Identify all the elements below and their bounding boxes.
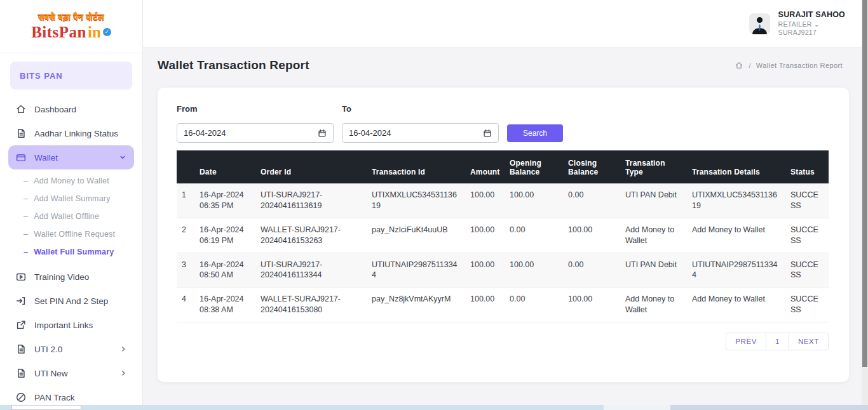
col-transaction-id: Transaction Id [367, 150, 465, 183]
from-label: From [177, 104, 334, 114]
col-closing-balance: Closing Balance [563, 150, 620, 183]
cell-date: 16-Apr-202406:19 PM [194, 218, 255, 253]
filter-bar: From To Search [177, 104, 829, 143]
sidebar-section-label: BITS PAN [10, 62, 132, 89]
cell-sno: 3 [177, 253, 194, 288]
col-transation-type: Transation Type [620, 150, 687, 183]
cell-opening-balance: 0.00 [505, 288, 563, 322]
horizontal-scrollbar[interactable] [0, 405, 868, 410]
compass-icon [15, 392, 27, 403]
cell-sno: 4 [177, 288, 194, 322]
sidebar-item-aadhar-linking-status[interactable]: Aadhar Linking Status [8, 121, 134, 145]
cell-order-id: UTI-SURAJ9217-20240416113619 [255, 183, 367, 218]
bullet: – [24, 212, 28, 221]
submenu-item-wallet-full-summary[interactable]: – Wallet Full Summary [17, 243, 134, 261]
cell-sno: 1 [177, 183, 194, 218]
cell-sno: 2 [177, 218, 194, 253]
submenu-item-label: Add Wallet Summary [34, 194, 111, 203]
sidebar-item-label: Dashboard [34, 105, 127, 114]
external-link-icon [15, 319, 27, 331]
home-icon[interactable] [735, 61, 743, 70]
calendar-icon[interactable] [318, 129, 327, 138]
sidebar-item-important-links[interactable]: Important Links [8, 313, 134, 337]
submenu-item-wallet-offline-request[interactable]: – Wallet Offline Request [17, 225, 134, 243]
vertical-scrollbar-thumb[interactable] [862, 0, 867, 367]
cell-amount: 100.00 [465, 218, 505, 253]
from-date-input[interactable] [184, 128, 292, 138]
cell-order-id: WALLET-SURAJ9217-20240416153263 [255, 218, 367, 253]
to-label: To [342, 104, 499, 114]
file-text-icon [15, 128, 27, 139]
cell-transaction-id: UTIXMXLUC53453113619 [367, 183, 465, 218]
sidebar-item-label: PAN Track [34, 393, 127, 402]
cell-amount: 100.00 [465, 183, 505, 218]
sidebar-item-wallet[interactable]: Wallet [8, 145, 134, 169]
bullet: – [24, 248, 28, 256]
vertical-scrollbar[interactable] [862, 0, 868, 410]
brand-logo[interactable]: सबसे बड़ा पैन पोर्टल BitsPanin ✓ [0, 0, 142, 53]
cell-transaction-id: pay_NzIciFuKt4uuUB [367, 218, 465, 253]
submenu-item-add-money-to-wallet[interactable]: – Add Money to Wallet [17, 172, 134, 190]
breadcrumb-separator: / [749, 62, 750, 69]
sidebar-item-dashboard[interactable]: Dashboard [8, 97, 134, 121]
sidebar-item-label: Training Video [34, 272, 127, 282]
sidebar-item-label: Aadhar Linking Status [34, 129, 127, 138]
from-date-field[interactable] [177, 123, 334, 143]
wallet-icon [15, 152, 27, 163]
calendar-icon[interactable] [483, 129, 492, 138]
status-badge: SUCCESS [785, 183, 829, 218]
sidebar-nav: Dashboard Aadhar Linking Status Wallet –… [0, 95, 142, 409]
breadcrumb-current: Wallet Transaction Report [756, 62, 843, 69]
next-page-button[interactable]: NEXT [789, 333, 828, 350]
table-row: 3 16-Apr-202408:50 AM UTI-SURAJ9217-2024… [177, 253, 829, 288]
col-order-id: Order Id [255, 150, 367, 183]
file-icon [15, 367, 27, 379]
transaction-table: Date Order Id Transaction Id Amount Open… [177, 150, 829, 322]
page-number[interactable]: 1 [766, 333, 789, 350]
home-icon [15, 103, 27, 115]
user-name: SURAJIT SAHOO [778, 10, 845, 20]
report-card: From To Search Date Order Id Transa [158, 88, 849, 382]
status-badge: SUCCESS [785, 253, 829, 288]
bullet: – [24, 176, 28, 185]
user-role-dropdown[interactable]: RETAILER ⌄ [778, 20, 845, 29]
brand-name: BitsPan [31, 23, 86, 41]
prev-page-button[interactable]: PREV [726, 333, 766, 350]
to-date-field[interactable] [342, 123, 499, 143]
horizontal-scrollbar-thumb[interactable] [11, 405, 81, 410]
col-transation-details: Transation Details [687, 150, 785, 183]
sidebar-item-uti-2-0[interactable]: UTI 2.0 [8, 337, 134, 361]
col-date: Date [194, 150, 255, 183]
file-icon [15, 343, 27, 355]
to-date-input[interactable] [349, 128, 457, 138]
status-badge: SUCCESS [785, 288, 829, 322]
chevron-right-icon [119, 369, 127, 377]
col-amount: Amount [465, 150, 505, 183]
sidebar-item-label: Important Links [34, 321, 127, 330]
submenu-item-label: Add Wallet Offline [34, 212, 99, 221]
verified-badge-icon: ✓ [103, 28, 111, 36]
submenu-item-add-wallet-summary[interactable]: – Add Wallet Summary [17, 190, 134, 208]
table-row: 1 16-Apr-202406:35 PM UTI-SURAJ9217-2024… [177, 183, 829, 218]
user-menu[interactable]: SURAJIT SAHOO RETAILER ⌄ SURAJ9217 [749, 10, 845, 37]
sidebar-item-uti-new[interactable]: UTI New [8, 361, 134, 385]
avatar [749, 13, 770, 34]
cell-closing-balance: 100.00 [563, 218, 620, 253]
cell-transaction-id: UTIUTNAIP29875113344 [367, 253, 465, 288]
cell-amount: 100.00 [465, 253, 505, 288]
cell-transation-type: Add Money to Wallet [620, 288, 687, 322]
page-title: Wallet Transaction Report [158, 58, 309, 72]
col-status: Status [785, 150, 829, 183]
submenu-item-label: Wallet Offline Request [34, 230, 115, 239]
sidebar-item-set-pin-and-2-step[interactable]: Set PIN And 2 Step [8, 289, 134, 313]
topbar: SURAJIT SAHOO RETAILER ⌄ SURAJ9217 [143, 0, 862, 48]
cell-transation-details: UTIUTNAIP29875113344 [687, 253, 785, 288]
brand-suffix: in [88, 23, 101, 41]
sidebar-item-label: Wallet [34, 153, 111, 162]
video-icon [15, 271, 27, 282]
cell-transaction-id: pay_Nz8jkVmtAKyyrM [367, 288, 465, 322]
page-head: Wallet Transaction Report / Wallet Trans… [143, 48, 862, 83]
submenu-item-add-wallet-offline[interactable]: – Add Wallet Offline [17, 208, 134, 225]
search-button[interactable]: Search [507, 124, 563, 142]
sidebar-item-training-video[interactable]: Training Video [8, 265, 134, 289]
